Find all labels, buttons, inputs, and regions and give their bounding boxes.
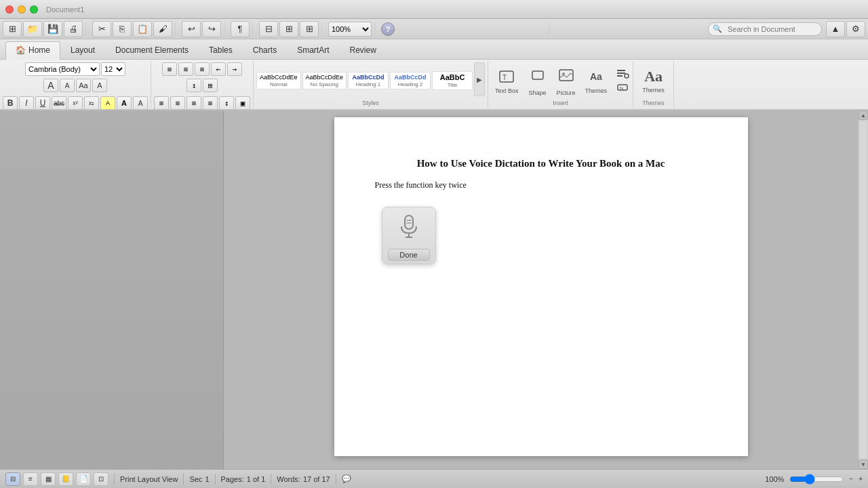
zoom-select[interactable]: 100% 75% 125% 150% [328,22,372,37]
styles-scroll-btn[interactable]: ▶ [474,62,485,96]
search-input[interactable] [722,22,817,36]
minimize-button[interactable] [18,5,26,14]
change-case-btn[interactable]: Aa [76,79,91,92]
style-heading2[interactable]: AaBbCcDd Heading 2 [390,72,431,89]
themes-large-btn[interactable]: Aa Themes [637,65,671,96]
zoom-slider[interactable] [789,474,844,485]
insert-group-label: Insert [491,100,630,106]
status-words-label: Words: [277,475,300,483]
textbox-btn[interactable]: T Text Box [491,66,523,96]
document-title: How to Use Voice Dictation to Write Your… [375,158,707,169]
tab-charts[interactable]: Charts [243,41,287,59]
bullets-btn[interactable]: ≡ [162,62,177,76]
tab-tables[interactable]: Tables [199,41,243,59]
font-color-btn[interactable]: A [117,96,132,110]
tab-home[interactable]: 🏠 Home [5,41,60,60]
shading-btn[interactable]: ▣ [235,96,250,110]
tab-document-elements[interactable]: Document Elements [105,41,199,59]
document-area[interactable]: How to Use Voice Dictation to Write Your… [224,110,858,469]
sort-btn[interactable]: ↕ [186,79,201,92]
themes-btn[interactable]: Aa Themes [581,66,612,96]
macros-btn[interactable]: fx [615,81,630,94]
decrease-indent-btn[interactable]: ← [211,62,226,76]
scroll-track[interactable] [860,121,867,458]
subscript-btn[interactable]: x₂ [84,96,99,110]
borders-btn[interactable]: ⊞ [203,79,218,92]
done-button[interactable]: Done [388,249,430,261]
new-btn[interactable]: ⊞ [3,21,22,37]
wrap-btn[interactable]: ⊟ [259,21,278,37]
picture-icon [557,66,576,88]
shape-icon [528,66,547,88]
save-btn[interactable]: 💾 [43,21,62,37]
tab-smartart[interactable]: SmartArt [287,41,339,59]
print-btn[interactable]: 🖨 [64,21,83,37]
font-family-select[interactable]: Cambria (Body) [25,62,100,76]
themes-group: Aa Themes Themes [633,61,674,108]
svg-rect-5 [617,70,625,71]
font-smaller-btn[interactable]: A [60,79,75,92]
dictation-widget: Done [375,207,443,264]
font-bigger-btn[interactable]: A [43,79,58,92]
tab-layout[interactable]: Layout [60,41,105,59]
italic-btn[interactable]: I [19,96,34,110]
view-focus-btn[interactable]: ⊡ [94,472,108,486]
align-right-btn[interactable]: ≡ [186,96,201,110]
shadow-btn[interactable]: A [133,96,148,110]
view-normal-btn[interactable]: ⊟ [5,472,20,486]
cut-btn[interactable]: ✂ [92,21,111,37]
justify-btn[interactable]: ≡ [203,96,218,110]
expand-btn[interactable]: ▲ [826,21,845,37]
underline-btn[interactable]: U [35,96,50,110]
redo-btn[interactable]: ↪ [202,21,221,37]
picture-btn[interactable]: Picture [553,64,580,98]
zoom-minus[interactable]: − [849,475,853,483]
line-spacing-btn[interactable]: ↕ [219,96,234,110]
font-size-select[interactable]: 12 10 14 16 [101,62,125,76]
tab-review[interactable]: Review [339,41,386,59]
maximize-button[interactable] [30,5,38,14]
numbering-btn[interactable]: ≡ [178,62,193,76]
view-notebook-btn[interactable]: 📒 [58,472,73,486]
insert-group: T Text Box Shape Picture [488,61,633,108]
undo-btn[interactable]: ↩ [182,21,201,37]
view-publish-btn[interactable]: ▦ [41,472,56,486]
clear-format-btn[interactable]: A [92,79,107,92]
zoom-label: 100% [765,475,784,483]
paste-btn[interactable]: 📋 [133,21,152,37]
zoom-plus[interactable]: + [859,475,863,483]
document-status-icon: 💬 [342,474,351,483]
format-copy-btn[interactable]: 🖌 [153,21,172,37]
view-draft-btn[interactable]: 📄 [76,472,91,486]
style-title[interactable]: AaBbC Title [432,71,473,90]
cols-btn2[interactable]: ⊞ [300,21,319,37]
pilcrow-btn[interactable]: ¶ [231,21,250,37]
multilevel-btn[interactable]: ≡ [195,62,210,76]
svg-rect-6 [617,73,625,74]
file-btn[interactable]: 📁 [23,21,42,37]
scroll-down-btn[interactable]: ▼ [859,460,868,469]
strikethrough-btn[interactable]: abc [52,96,66,110]
increase-indent-btn[interactable]: → [227,62,242,76]
view-outline-btn[interactable]: ≡ [23,472,38,486]
style-heading1[interactable]: AaBbCcDd Heading 1 [348,72,389,89]
superscript-btn[interactable]: x² [68,96,83,110]
right-scrollbar[interactable]: ▲ ▼ [858,110,868,469]
shape-btn[interactable]: Shape [524,64,551,98]
help-button[interactable]: ? [381,22,395,36]
highlight-btn[interactable]: A [100,96,115,110]
copy-btn[interactable]: ⎘ [113,21,132,37]
style-no-spacing[interactable]: AaBbCcDdEe No Spacing [302,72,347,89]
align-center-btn[interactable]: ≡ [170,96,185,110]
gear-btn[interactable]: ⚙ [846,21,865,37]
close-button[interactable] [5,5,14,14]
scroll-up-btn[interactable]: ▲ [859,110,868,120]
style-normal[interactable]: AaBbCcDdEe Normal [256,72,301,89]
columns-btn[interactable]: ⊞ [279,21,298,37]
svg-rect-3 [559,70,573,81]
align-left-btn[interactable]: ≡ [154,96,169,110]
styles-settings-btn[interactable] [615,68,630,80]
svg-rect-14 [406,220,412,221]
paragraph-group: ≡ ≡ ≡ ← → ↕ ⊞ ≡ ≡ ≡ ≡ ↕ ▣ Paragraph [151,61,254,108]
bold-btn[interactable]: B [3,96,18,110]
